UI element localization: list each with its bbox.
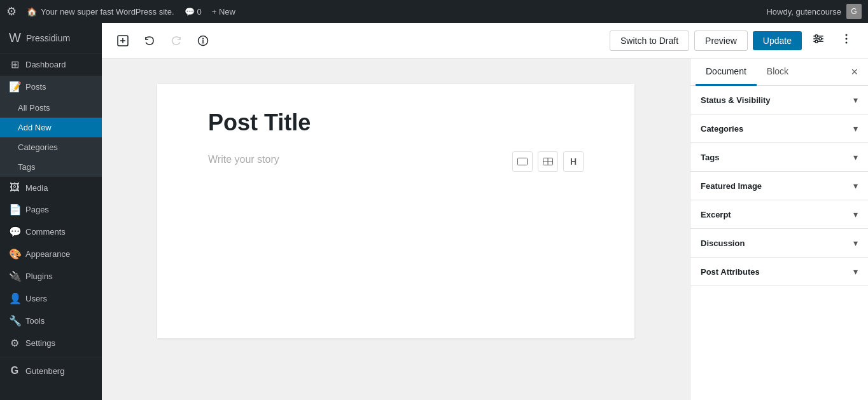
chevron-down-icon: ▾ [853,238,858,248]
editor-wrapper: Switch to Draft Preview Update [102,23,868,400]
howdy-text: Howdy, gutencourse [766,7,841,17]
heading-icon[interactable]: H [563,151,584,172]
right-panel: Document Block × Status & Visibility ▾ C… [690,59,868,400]
sidebar-item-appearance[interactable]: 🎨 Appearance [0,243,102,265]
block-tools: H [512,151,584,172]
admin-bar-site-name: Your new super fast WordPress site. [41,7,174,17]
write-story-placeholder[interactable]: Write your story [208,151,505,168]
table-icon[interactable] [538,151,558,172]
section-excerpt[interactable]: Excerpt ▾ [690,200,868,229]
chevron-down-icon: ▾ [853,209,858,219]
editor-toolbar: Switch to Draft Preview Update [102,23,868,59]
admin-bar-new-label: + New [212,7,235,17]
switch-to-draft-button[interactable]: Switch to Draft [610,31,689,51]
chevron-down-icon: ▾ [853,123,858,134]
sidebar-item-plugins[interactable]: 🔌 Plugins [0,265,102,287]
sidebar-item-tools[interactable]: 🔧 Tools [0,310,102,332]
wp-brand-icon: W [9,31,21,45]
sidebar-item-settings[interactable]: ⚙ Settings [0,332,102,354]
tab-block[interactable]: Block [757,59,799,86]
section-status-visibility[interactable]: Status & Visibility ▾ [690,86,868,114]
tags-label: Tags [18,162,35,172]
section-tags[interactable]: Tags ▾ [690,143,868,172]
users-icon: 👤 [9,293,20,305]
post-title-field[interactable]: Post Title [208,109,584,136]
post-editor: Post Title Write your story [157,84,634,338]
add-new-label: Add New [18,123,52,132]
write-story-area: Write your story [208,151,584,172]
section-featured-image[interactable]: Featured Image ▾ [690,172,868,200]
sidebar-item-pages[interactable]: 📄 Pages [0,198,102,221]
main-layout: W Pressidium ⊞ Dashboard 📝 Posts All Pos… [0,23,868,400]
tab-document[interactable]: Document [696,59,757,86]
sidebar-item-label: Media [25,183,48,193]
svg-point-14 [846,42,848,44]
svg-point-13 [846,38,848,40]
section-title: Post Attributes [701,267,760,277]
admin-bar-new[interactable]: + New [212,7,235,17]
sidebar: W Pressidium ⊞ Dashboard 📝 Posts All Pos… [0,23,102,400]
admin-bar-howdy: Howdy, gutencourse G [766,4,862,19]
posts-submenu: All Posts Add New Categories Tags [0,98,102,177]
svg-point-4 [202,38,204,39]
sidebar-brand-name: Pressidium [26,33,70,43]
layout-icon[interactable] [512,151,533,172]
all-posts-label: All Posts [18,103,50,113]
avatar: G [846,4,862,19]
section-title: Status & Visibility [701,95,771,105]
more-options-button[interactable] [835,29,858,52]
house-icon: 🏠 [27,7,37,17]
chevron-down-icon: ▾ [853,152,858,162]
admin-bar-site[interactable]: 🏠 Your new super fast WordPress site. [27,7,174,17]
section-header: Excerpt ▾ [690,200,868,228]
sidebar-item-all-posts[interactable]: All Posts [0,98,102,118]
sidebar-item-dashboard[interactable]: ⊞ Dashboard [0,53,102,76]
update-button[interactable]: Update [753,31,802,50]
posts-icon: 📝 [9,81,20,93]
panel-settings-button[interactable] [807,29,830,52]
section-header: Tags ▾ [690,143,868,171]
section-header: Discussion ▾ [690,229,868,257]
add-block-button[interactable] [112,31,134,50]
section-post-attributes[interactable]: Post Attributes ▾ [690,258,868,286]
redo-button[interactable] [165,31,187,50]
sidebar-item-media[interactable]: 🖼 Media [0,177,102,198]
sidebar-item-tags[interactable]: Tags [0,157,102,177]
section-categories[interactable]: Categories ▾ [690,114,868,143]
section-header: Categories ▾ [690,114,868,142]
section-header: Featured Image ▾ [690,172,868,200]
comments-icon: 💬 [9,226,20,238]
section-header: Post Attributes ▾ [690,258,868,286]
preview-button[interactable]: Preview [694,31,748,51]
dashboard-icon: ⊞ [9,59,20,71]
sidebar-item-comments[interactable]: 💬 Comments [0,221,102,243]
chevron-down-icon: ▾ [853,181,858,191]
sidebar-item-gutenberg[interactable]: G Gutenberg [0,360,102,382]
svg-point-10 [819,38,822,40]
sidebar-item-label: Comments [25,227,66,237]
admin-bar: ⚙ 🏠 Your new super fast WordPress site. … [0,0,868,23]
editor-canvas: Post Title Write your story [102,59,690,400]
sidebar-item-users[interactable]: 👤 Users [0,287,102,310]
panel-tabs: Document Block × [690,59,868,86]
wp-logo-icon: ⚙ [6,4,17,18]
panel-close-button[interactable]: × [846,63,863,81]
chevron-down-icon: ▾ [853,266,858,277]
section-title: Tags [701,153,719,162]
undo-button[interactable] [139,31,160,50]
section-discussion[interactable]: Discussion ▾ [690,229,868,258]
sidebar-item-categories[interactable]: Categories [0,137,102,157]
sidebar-item-label: Users [25,294,47,303]
sidebar-item-posts[interactable]: 📝 Posts [0,76,102,98]
admin-bar-comments[interactable]: 💬 0 [185,7,202,17]
section-title: Categories [701,124,743,134]
comment-count: 0 [197,7,202,17]
appearance-icon: 🎨 [9,248,20,260]
sidebar-item-add-new[interactable]: Add New [0,118,102,137]
settings-icon: ⚙ [9,337,20,349]
section-title: Excerpt [701,210,731,219]
categories-label: Categories [18,142,58,152]
svg-point-12 [846,34,848,36]
gutenberg-icon: G [9,365,20,376]
info-button[interactable] [192,31,214,50]
